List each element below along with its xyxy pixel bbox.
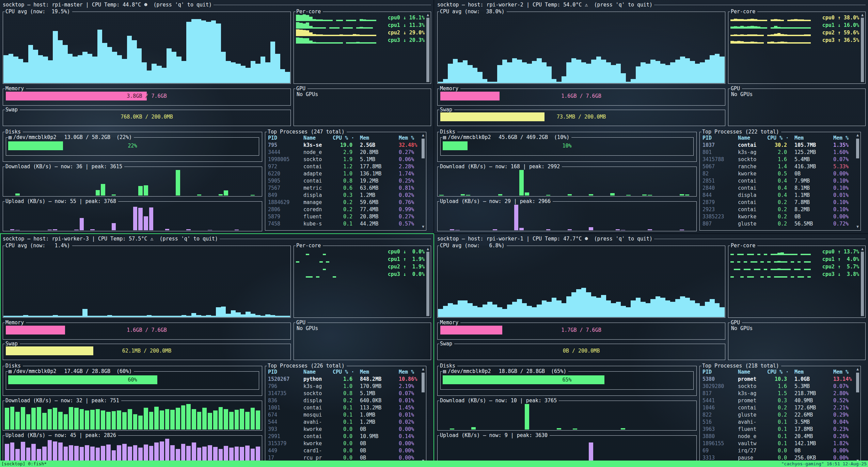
core-row: cpu2 ↑ 1.9% [296,263,425,270]
swap-gauge-text: 768.0KB / 200.0MB [6,112,288,121]
column-header-mem[interactable]: Mem [789,135,833,142]
scrollbar-thumb[interactable] [856,139,859,158]
column-header-cpu[interactable]: CPU % · [767,135,789,142]
core-row: cpu3 ↓ 3.8% [730,271,859,278]
column-header-name[interactable]: Name [738,135,767,142]
process-cell-pid: 449 [268,447,303,454]
process-cell-memp: 1.45% [399,404,419,411]
process-cell-pid: 1001 [268,404,303,411]
scrollbar-track[interactable] [861,252,864,316]
process-cell-pid: 5879 [268,213,303,220]
process-cell-mem: 56.5MB [789,220,833,228]
socktop-pane: socktop — host: rpi-worker-2 | CPU Temp:… [435,1,868,231]
column-header-mem[interactable]: Mem [354,135,399,142]
process-cell-mem: 5.1MB [354,156,399,163]
memory-panel: Memory 1.7GB / 7.6GB1.7GB / 7.6GB [437,323,725,340]
download-panel: Download (KB/s) — now: 10 | peak: 3765 [437,401,697,431]
process-cell-mem: 8.2MB [789,206,833,213]
scrollbar-thumb[interactable] [422,373,425,392]
process-cell-cpu: 0.3 [333,192,354,199]
processes-scrollbar[interactable]: ▲ ▼ [421,367,425,463]
column-header-memp[interactable]: Mem % [399,369,419,376]
core-row: cpu1 ↓ 11.3% [296,22,425,29]
column-header-mem[interactable]: Mem [354,369,399,376]
memory-gauge: 1.7GB / 7.6GB1.7GB / 7.6GB [440,326,722,334]
process-cell-cpu: 0.2 [767,199,789,206]
download-title: Download (KB/s) — now: 10 | peak: 3765 [439,398,558,404]
per-core-scrollbar[interactable]: ▲ [426,247,430,316]
column-header-memp[interactable]: Mem % [833,135,854,142]
per-core-scrollbar[interactable]: ▲ [860,247,865,316]
process-cell-memp: 32.48% [399,142,419,149]
window-tab[interactable]: 0:fish* [28,461,47,466]
scrollbar-track[interactable] [861,18,864,82]
processes-scrollbar[interactable]: ▲ ▼ [855,133,860,229]
pane-title: socktop — host: rpi-worker-2 | CPU Temp:… [437,1,866,8]
scrollbar-up-icon[interactable]: ▲ [861,13,864,17]
column-header-mem[interactable]: Mem [789,369,833,376]
process-cell-pid: 3444 [268,149,303,156]
process-cell-cpu: 0.5 [767,170,789,177]
process-cell-memp: 0.99% [399,206,419,213]
scrollbar-down-icon[interactable]: ▼ [422,225,424,229]
swap-panel: Swap 73.5MB / 200.0MB73.5MB / 200.0MB [437,110,725,126]
per-core-scrollbar[interactable]: ▲ [426,13,430,82]
process-cell-mem: 0B [354,440,399,447]
column-header-pid[interactable]: PID [268,135,303,142]
socktop-pane: socktop — host: rpi-worker-3 | CPU Temp:… [0,235,433,465]
processes-scrollbar[interactable]: ▲ ▼ [421,133,425,229]
processes-scrollbar[interactable]: ▲ ▼ [855,367,860,463]
process-cell-cpu: 0.6 [333,185,354,192]
scrollbar-track[interactable] [426,18,429,82]
scrollbar-up-icon[interactable]: ▲ [427,13,429,17]
scrollbar-thumb[interactable] [856,373,859,392]
column-header-cpu[interactable]: CPU % · [767,369,789,376]
scrollbar-up-icon[interactable]: ▲ [422,367,424,371]
process-cell-pid: 393 [268,426,303,433]
process-cell-pid: 3029280 [703,383,738,390]
column-header-pid[interactable]: PID [703,135,738,142]
scrollbar-up-icon[interactable]: ▲ [427,247,429,251]
scrollbar-up-icon[interactable]: ▲ [856,133,859,137]
swap-title: Swap [5,341,19,347]
column-header-name[interactable]: Name [303,369,333,376]
process-cell-memp: 0.00% [833,213,854,220]
process-cell-name: displa [303,192,333,199]
memory-title: Memory [5,85,25,92]
swap-gauge: 768.0KB / 200.0MB768.0KB / 200.0MB [6,112,288,121]
process-cell-name: irq/27 [738,447,767,454]
scrollbar-thumb[interactable] [422,139,425,158]
process-cell-cpu: 0.8 [333,390,354,397]
scrollbar-up-icon[interactable]: ▲ [861,247,864,251]
process-cell-memp: 0.00% [399,447,419,454]
column-header-cpu[interactable]: CPU % · [333,135,354,142]
column-header-name[interactable]: Name [738,369,767,376]
disks-title: Disks [5,129,22,135]
process-cell-cpu: 0.2 [767,213,789,220]
process-cell-pid: 795 [268,142,303,149]
process-cell-memp: 0.02% [399,192,419,199]
process-cell-mem: 125.2MB [789,149,833,156]
disks-panel: Disks ▤ /dev/mmcblk0p2 18.8GB / 28.8GB (… [437,366,697,396]
process-cell-pid: 801 [703,149,738,156]
cpu-avg-chart [3,248,290,317]
process-cell-name: gluste [738,411,767,419]
process-cell-name: contai [738,142,767,149]
column-header-memp[interactable]: Mem % [399,135,419,142]
per-core-scrollbar[interactable]: ▲ [860,13,865,82]
process-cell-memp: 0.27% [399,149,419,156]
process-cell-name: manage [303,199,333,206]
process-cell-cpu: 0.4 [767,185,789,192]
process-cell-name: node_e [303,149,333,156]
scrollbar-up-icon[interactable]: ▲ [422,133,424,137]
process-cell-name: kworke [738,170,767,177]
scrollbar-track[interactable] [426,252,429,316]
column-header-name[interactable]: Name [303,135,333,142]
column-header-memp[interactable]: Mem % [833,369,854,376]
scrollbar-down-icon[interactable]: ▼ [856,225,859,229]
column-header-pid[interactable]: PID [268,369,303,376]
process-cell-pid: 836 [268,397,303,404]
column-header-pid[interactable]: PID [703,369,738,376]
scrollbar-up-icon[interactable]: ▲ [856,367,859,371]
column-header-cpu[interactable]: CPU % · [333,369,354,376]
